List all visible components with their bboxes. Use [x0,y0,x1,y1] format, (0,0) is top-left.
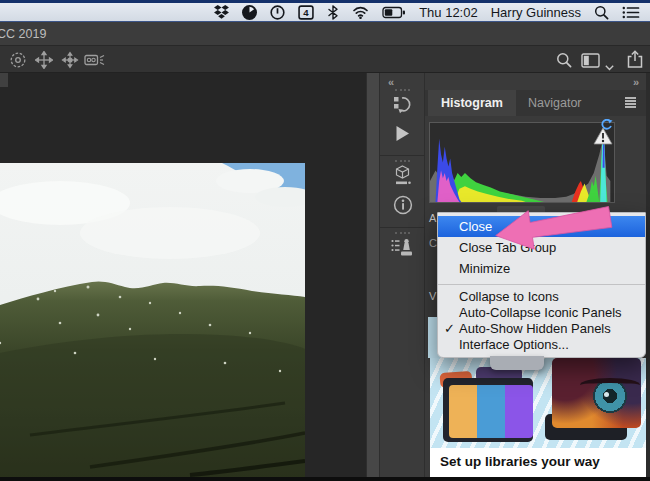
window-right-edge [646,73,650,481]
video-camera-icon[interactable] [84,51,106,73]
power-app-icon[interactable] [270,5,285,20]
collapse-panels-right-button[interactable]: » [633,76,638,88]
info-panel-icon[interactable] [393,195,413,219]
window-bottom-edge [0,477,650,481]
drag-handle[interactable] [395,160,410,162]
menu-item-label: Auto-Show Hidden Panels [459,321,611,336]
3d-panel-icon[interactable] [393,165,412,191]
calendar-icon[interactable]: 4 [298,5,314,20]
promo-swatch-purple [505,385,533,438]
promo-eye-image [552,358,641,428]
drag-handle[interactable] [395,232,410,234]
drag-handle[interactable] [395,89,410,91]
dropbox-icon[interactable] [214,5,229,19]
wifi-icon[interactable] [352,5,369,19]
rotate-view-icon[interactable] [9,51,27,73]
histogram-plot [429,122,615,203]
menu-item-minimize[interactable]: Minimize [438,258,645,279]
move-arrows-icon[interactable] [35,51,53,73]
clock-app-icon[interactable] [242,5,257,20]
context-menu-bottom-tab [490,356,544,370]
search-icon[interactable] [594,5,609,20]
hidden-panel-text-fragment: V [429,290,436,302]
libraries-promo-caption-bar: Set up libraries your way [430,448,646,477]
panel-menu-icon[interactable] [625,97,636,109]
macos-menubar: 4 Thu 12:02 Harry Guinness [0,0,650,22]
hidden-panel-text-fragment: A [429,212,436,224]
promo-swatch-blue [477,385,505,438]
actions-panel-icon[interactable] [395,125,410,146]
collapsed-panel-strip: « [380,73,425,477]
menu-item-interface-options[interactable]: Interface Options... [438,337,645,353]
search-icon[interactable] [556,52,572,72]
menu-item-label: Collapse to Icons [459,289,559,304]
share-icon[interactable] [626,50,644,73]
collapse-panels-left-button[interactable]: « [388,76,393,88]
libraries-promo-image [430,358,646,448]
clone-source-panel-icon[interactable] [391,238,414,264]
menu-item-collapse-to-icons[interactable]: Collapse to Icons [438,289,645,305]
options-bar [0,46,650,73]
libraries-promo-caption: Set up libraries your way [440,454,600,469]
tab-histogram[interactable]: Histogram [428,90,516,116]
menu-item-label: Auto-Collapse Iconic Panels [459,305,622,320]
menubar-clock[interactable]: Thu 12:02 [419,5,478,20]
workspace-switcher-icon[interactable] [581,53,600,72]
canvas-corner [0,73,8,87]
window-titlebar[interactable]: CC 2019 [0,22,650,46]
menu-item-auto-collapse-iconic-panels[interactable]: Auto-Collapse Iconic Panels [438,305,645,321]
bluetooth-icon[interactable] [327,5,339,20]
menu-item-label: Close [459,219,492,234]
promo-swatch-amber [449,385,477,438]
menubar-user[interactable]: Harry Guinness [491,5,581,20]
transform-move-icon[interactable] [61,51,79,73]
calendar-day: 4 [303,7,309,18]
menu-item-label: Interface Options... [459,337,569,352]
menu-separator [438,284,645,285]
list-menu-icon[interactable] [622,6,640,19]
menu-item-label: Minimize [459,261,510,276]
hidden-panel-text-fragment: C [429,237,437,249]
histogram-warning-icon[interactable] [593,127,613,149]
photoshop-screen: 4 Thu 12:02 Harry Guinness [0,0,650,481]
panel-tab-bar: Histogram Navigator [425,90,646,116]
history-panel-icon[interactable] [393,95,412,119]
open-photo-hillside[interactable] [0,163,305,478]
checkmark-icon: ✓ [444,321,458,337]
battery-icon[interactable] [382,6,406,19]
panel-divider[interactable] [366,73,380,477]
canvas-area[interactable] [0,73,366,481]
window-title: CC 2019 [0,27,46,41]
menu-item-auto-show-hidden-panels[interactable]: ✓Auto-Show Hidden Panels [438,321,645,337]
tab-navigator[interactable]: Navigator [515,90,595,116]
